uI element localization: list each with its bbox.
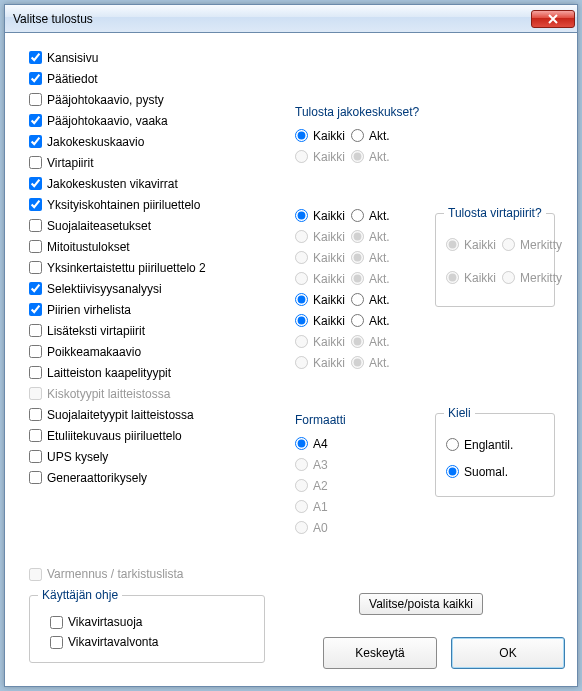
- radio-option[interactable]: A3: [295, 458, 328, 472]
- ohje-checkbox-row[interactable]: Vikavirtasuoja: [50, 612, 254, 632]
- radio-input[interactable]: [295, 209, 308, 222]
- radio-option[interactable]: A0: [295, 521, 328, 535]
- ohje-checkbox[interactable]: [50, 616, 63, 629]
- checkbox-row[interactable]: Virtapiirit: [29, 152, 269, 173]
- checkbox-row[interactable]: Yksinkertaistettu piiriluettelo 2: [29, 257, 269, 278]
- radio-input[interactable]: [295, 314, 308, 327]
- list-checkbox[interactable]: [29, 345, 42, 358]
- ohje-checkbox[interactable]: [50, 636, 63, 649]
- checkbox-row[interactable]: Etuliitekuvaus piiriluettelo: [29, 425, 269, 446]
- radio-row: KaikkiAkt.: [295, 352, 425, 373]
- radio-input[interactable]: [446, 465, 459, 478]
- list-checkbox[interactable]: [29, 114, 42, 127]
- radio-option[interactable]: A2: [295, 479, 328, 493]
- checkbox-row[interactable]: Pääjohtokaavio, vaaka: [29, 110, 269, 131]
- checkbox-row[interactable]: Suojalaitetyypit laitteistossa: [29, 404, 269, 425]
- list-checkbox[interactable]: [29, 156, 42, 169]
- checkbox-row[interactable]: Jakokeskusten vikavirrat: [29, 173, 269, 194]
- radio-input[interactable]: [295, 479, 308, 492]
- radio-input[interactable]: [351, 293, 364, 306]
- radio-option: Kaikki: [295, 356, 345, 370]
- checkbox-label: Pääjohtokaavio, vaaka: [47, 114, 168, 128]
- radio-option: Kaikki: [295, 335, 345, 349]
- list-checkbox[interactable]: [29, 51, 42, 64]
- radio-option[interactable]: Akt.: [351, 129, 390, 143]
- radio-option[interactable]: Kaikki: [295, 209, 345, 223]
- checkbox-row[interactable]: Lisäteksti virtapiirit: [29, 320, 269, 341]
- radio-option: Akt.: [351, 251, 390, 265]
- list-checkbox[interactable]: [29, 240, 42, 253]
- radio-input[interactable]: [295, 129, 308, 142]
- radio-option[interactable]: Akt.: [351, 314, 390, 328]
- section-formaatti: Formaatti A4A3A2A1A0: [295, 413, 415, 538]
- checkbox-row[interactable]: Poikkeamakaavio: [29, 341, 269, 362]
- close-icon: [548, 14, 558, 24]
- radio-input[interactable]: [295, 437, 308, 450]
- checkbox-row[interactable]: Laitteiston kaapelityypit: [29, 362, 269, 383]
- checkbox-row[interactable]: Jakokeskuskaavio: [29, 131, 269, 152]
- radio-input[interactable]: [295, 458, 308, 471]
- list-checkbox[interactable]: [29, 303, 42, 316]
- radio-option[interactable]: A1: [295, 500, 328, 514]
- ok-button[interactable]: OK: [451, 637, 565, 669]
- varmennus-row: Varmennus / tarkistuslista: [29, 567, 184, 581]
- checkbox-label: Jakokeskuskaavio: [47, 135, 144, 149]
- radio-option[interactable]: Kaikki: [295, 129, 345, 143]
- radio-input: [295, 356, 308, 369]
- checkbox-row[interactable]: Mitoitustulokset: [29, 236, 269, 257]
- list-checkbox[interactable]: [29, 135, 42, 148]
- radio-input[interactable]: [351, 314, 364, 327]
- list-checkbox[interactable]: [29, 471, 42, 484]
- radio-input[interactable]: [295, 500, 308, 513]
- radio-row: KaikkiMerkitty: [446, 234, 544, 255]
- checkbox-row[interactable]: Suojalaiteasetukset: [29, 215, 269, 236]
- list-checkbox: [29, 387, 42, 400]
- radio-option: Kaikki: [446, 271, 496, 285]
- radio-option[interactable]: Akt.: [351, 293, 390, 307]
- radio-option[interactable]: Suomal.: [446, 465, 508, 479]
- radio-input[interactable]: [295, 293, 308, 306]
- radio-option[interactable]: Kaikki: [295, 293, 345, 307]
- checkbox-row[interactable]: Generaattorikysely: [29, 467, 269, 488]
- radio-input[interactable]: [351, 209, 364, 222]
- radio-input: [502, 271, 515, 284]
- section-jakokeskukset: Tulosta jakokeskukset? KaikkiAkt.KaikkiA…: [295, 105, 425, 167]
- checkbox-label: Kansisivu: [47, 51, 98, 65]
- list-checkbox[interactable]: [29, 324, 42, 337]
- radio-option[interactable]: Akt.: [351, 209, 390, 223]
- radio-input[interactable]: [446, 438, 459, 451]
- list-checkbox[interactable]: [29, 177, 42, 190]
- checkbox-row[interactable]: Päätiedot: [29, 68, 269, 89]
- checkbox-label: Suojalaiteasetukset: [47, 219, 151, 233]
- list-checkbox[interactable]: [29, 198, 42, 211]
- cancel-button[interactable]: Keskeytä: [323, 637, 437, 669]
- select-all-button[interactable]: Valitse/poista kaikki: [359, 593, 483, 615]
- radio-input[interactable]: [295, 521, 308, 534]
- list-checkbox[interactable]: [29, 219, 42, 232]
- checkbox-row[interactable]: Kansisivu: [29, 47, 269, 68]
- radio-input[interactable]: [351, 129, 364, 142]
- list-checkbox[interactable]: [29, 408, 42, 421]
- list-checkbox[interactable]: [29, 450, 42, 463]
- checkbox-row[interactable]: Selektiivisyysanalyysi: [29, 278, 269, 299]
- radio-option[interactable]: A4: [295, 437, 328, 451]
- checkbox-label: Selektiivisyysanalyysi: [47, 282, 162, 296]
- list-checkbox[interactable]: [29, 93, 42, 106]
- radio-option[interactable]: Englantil.: [446, 438, 513, 452]
- list-checkbox[interactable]: [29, 261, 42, 274]
- close-button[interactable]: [531, 10, 575, 28]
- radio-option[interactable]: Kaikki: [295, 314, 345, 328]
- list-checkbox[interactable]: [29, 366, 42, 379]
- checkbox-label: Virtapiirit: [47, 156, 93, 170]
- checkbox-row[interactable]: Yksityiskohtainen piiriluettelo: [29, 194, 269, 215]
- section-virtapiirit: Tulosta virtapiirit? KaikkiMerkittyKaikk…: [435, 213, 555, 307]
- checkbox-row[interactable]: Pääjohtokaavio, pysty: [29, 89, 269, 110]
- checkbox-row[interactable]: Piirien virhelista: [29, 299, 269, 320]
- list-checkbox[interactable]: [29, 72, 42, 85]
- radio-option: Kaikki: [295, 230, 345, 244]
- checkbox-row[interactable]: UPS kysely: [29, 446, 269, 467]
- checkbox-label: Etuliitekuvaus piiriluettelo: [47, 429, 182, 443]
- list-checkbox[interactable]: [29, 282, 42, 295]
- list-checkbox[interactable]: [29, 429, 42, 442]
- ohje-checkbox-row[interactable]: Vikavirtavalvonta: [50, 632, 254, 652]
